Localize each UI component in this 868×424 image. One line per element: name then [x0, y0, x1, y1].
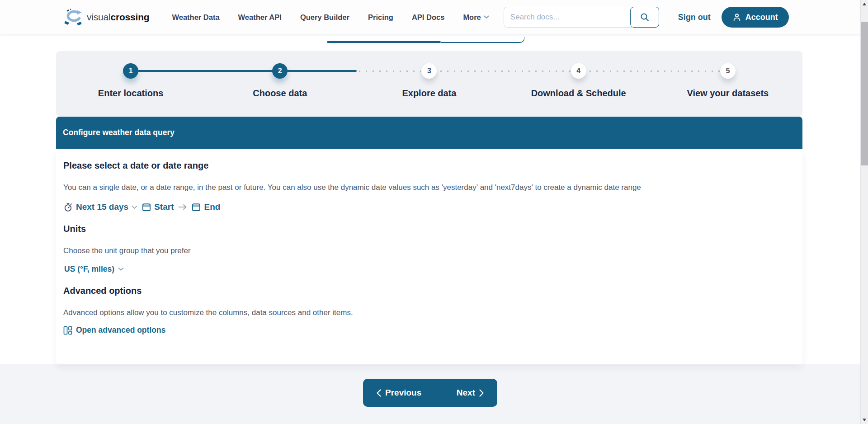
chevron-down-icon [484, 15, 489, 19]
step-4-label: Download & Schedule [531, 88, 626, 99]
calendar-icon [142, 203, 151, 212]
nav-links: Weather Data Weather API Query Builder P… [172, 13, 489, 22]
tab-bar-border [441, 37, 524, 43]
chevron-down-icon [132, 205, 137, 209]
pager-button-group: Previous Next [363, 379, 497, 407]
unit-group-value: US (°F, miles) [64, 264, 114, 274]
sign-out-link[interactable]: Sign out [678, 13, 711, 22]
config-panel-title: Configure weather data query [63, 128, 175, 137]
step-1-label: Enter locations [98, 88, 163, 99]
date-section-title: Please select a date or date range [63, 160, 795, 171]
active-tab-underline [327, 41, 441, 43]
unit-group-dropdown[interactable]: US (°F, miles) [63, 264, 795, 274]
scrollbar-up-arrow[interactable] [863, 3, 866, 5]
page-footer: Previous Next [0, 364, 868, 424]
chevron-down-icon [118, 267, 124, 271]
docs-search [504, 7, 659, 28]
previous-button[interactable]: Previous [377, 388, 421, 398]
arrow-right-icon [178, 204, 187, 210]
step-3-circle: 3 [421, 63, 437, 79]
wizard-stepper: 1 Enter locations 2 Choose data 3 Explor… [56, 51, 802, 116]
logo-wordmark: visualcrossing [87, 12, 149, 23]
user-icon [732, 13, 741, 22]
chevron-right-icon [479, 389, 484, 397]
step-2-circle: 2 [272, 63, 288, 79]
end-date-picker[interactable]: End [192, 202, 220, 212]
units-section-description: Choose the unit group that you prefer [63, 246, 795, 255]
config-panel-header: Configure weather data query [56, 117, 802, 149]
nav-link-weather-api[interactable]: Weather API [238, 13, 282, 22]
search-icon [640, 12, 650, 22]
date-section-description: You can a single date, or a date range, … [63, 183, 795, 192]
step-enter-locations[interactable]: 1 Enter locations [56, 51, 205, 116]
search-input[interactable] [504, 7, 632, 28]
nav-link-more[interactable]: More [463, 13, 489, 22]
step-5-circle: 5 [720, 63, 736, 79]
vertical-scrollbar [860, 0, 868, 424]
search-button[interactable] [630, 7, 659, 28]
step-explore-data[interactable]: 3 Explore data [354, 51, 504, 116]
nav-link-api-docs[interactable]: API Docs [412, 13, 444, 22]
nav-link-query-builder[interactable]: Query Builder [300, 13, 349, 22]
top-nav: visualcrossing Weather Data Weather API … [0, 0, 868, 34]
step-1-circle: 1 [123, 63, 138, 79]
config-panel-body: Please select a date or date range You c… [56, 149, 802, 364]
account-button[interactable]: Account [722, 7, 789, 28]
stopwatch-icon [63, 203, 73, 212]
open-advanced-options-label: Open advanced options [76, 325, 165, 335]
start-date-picker[interactable]: Start [142, 202, 174, 212]
step-5-label: View your datasets [687, 88, 769, 99]
step-view-datasets[interactable]: 5 View your datasets [653, 51, 802, 116]
next-button[interactable]: Next [457, 388, 484, 398]
step-3-label: Explore data [402, 88, 456, 99]
nav-link-pricing[interactable]: Pricing [368, 13, 393, 22]
calendar-icon [192, 203, 201, 212]
end-date-label: End [204, 202, 220, 212]
scrollbar-thumb[interactable] [861, 22, 868, 165]
date-period-dropdown[interactable]: Next 15 days [63, 202, 137, 212]
step-2-label: Choose data [253, 88, 307, 99]
step-choose-data[interactable]: 2 Choose data [205, 51, 354, 116]
layout-columns-icon [63, 326, 72, 335]
open-advanced-options-link[interactable]: Open advanced options [63, 325, 795, 335]
advanced-section-title: Advanced options [63, 286, 795, 296]
nav-link-weather-data[interactable]: Weather Data [172, 13, 219, 22]
units-section-title: Units [63, 224, 795, 234]
clipped-tab-bar [327, 34, 524, 43]
start-date-label: Start [154, 202, 174, 212]
logo-swirl-icon [63, 8, 83, 26]
step-4-circle: 4 [571, 63, 586, 79]
date-range-controls: Next 15 days Start End [63, 202, 795, 212]
scrollbar-down-arrow[interactable] [863, 419, 866, 421]
step-download-schedule[interactable]: 4 Download & Schedule [504, 51, 653, 116]
chevron-left-icon [377, 389, 381, 397]
date-period-value: Next 15 days [76, 202, 128, 212]
advanced-section-description: Advanced options allow you to customize … [63, 308, 795, 317]
visualcrossing-logo[interactable]: visualcrossing [63, 8, 149, 26]
